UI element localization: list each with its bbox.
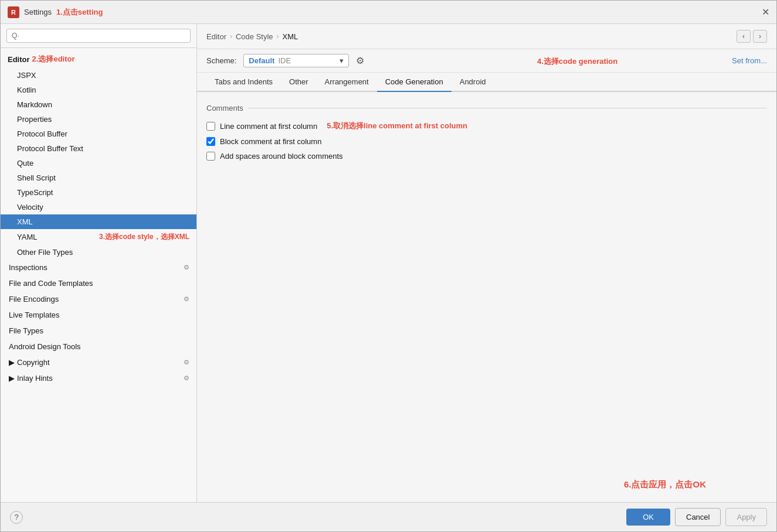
window-title: Settings: [24, 8, 52, 16]
inlay-hints-settings-icon: ⚙: [184, 374, 189, 382]
sidebar-item-other-file-types[interactable]: Other File Types: [1, 245, 196, 260]
scheme-gear-icon[interactable]: ⚙: [356, 55, 364, 66]
scheme-dropdown[interactable]: Default IDE ▾: [243, 54, 349, 67]
file-encodings-label: File Encodings: [9, 295, 59, 303]
sidebar-item-protocol-buffer[interactable]: Protocol Buffer: [1, 127, 196, 141]
file-code-templates-label: File and Code Templates: [9, 279, 93, 288]
block-comment-checkbox[interactable]: [206, 137, 215, 146]
scheme-ide-text: IDE: [278, 56, 291, 65]
sidebar-list: Editor 2.选择editor JSPX Kotlin Markdown P…: [1, 48, 196, 502]
comments-title: Comments: [206, 104, 767, 112]
sidebar-item-velocity[interactable]: Velocity: [1, 200, 196, 214]
sidebar-item-shell-script[interactable]: Shell Script: [1, 170, 196, 185]
title-annotation: 1.点击setting: [56, 7, 103, 18]
sidebar-item-file-encodings[interactable]: File Encodings ⚙: [1, 291, 196, 307]
cancel-button[interactable]: Cancel: [675, 508, 721, 526]
line-comment-annotation: 5.取消选择line comment at first column: [327, 121, 467, 131]
line-comment-checkbox[interactable]: [206, 122, 215, 131]
scheme-bar: Scheme: Default IDE ▾ ⚙ Set from...: [197, 49, 776, 73]
tab-code-generation[interactable]: Code Generation: [377, 73, 452, 92]
sidebar-item-yaml[interactable]: YAML 3.选择code style，选择XML: [1, 229, 196, 245]
app-icon: R: [8, 6, 19, 18]
scheme-caret-icon: ▾: [340, 56, 344, 65]
sidebar-item-jspx[interactable]: JSPX: [1, 68, 196, 83]
sidebar-item-live-templates[interactable]: Live Templates: [1, 307, 196, 323]
line-comment-label: Line comment at first column: [220, 122, 317, 131]
checkbox-row-spaces-around: Add spaces around block comments: [206, 152, 767, 161]
sidebar-item-qute[interactable]: Qute: [1, 156, 196, 170]
ok-button[interactable]: OK: [626, 509, 670, 526]
panel-body: Comments Line comment at first column 5.…: [197, 92, 776, 502]
sidebar-item-copyright[interactable]: ▶ Copyright ⚙: [1, 354, 196, 370]
close-button[interactable]: ✕: [762, 6, 769, 18]
bottom-buttons: OK Cancel Apply: [626, 508, 767, 526]
sidebar-item-file-code-templates[interactable]: File and Code Templates: [1, 275, 196, 291]
right-panel: Editor › Code Style › XML ‹ › Scheme: De…: [197, 24, 776, 502]
sidebar-item-properties[interactable]: Properties: [1, 112, 196, 127]
file-encodings-settings-icon: ⚙: [184, 295, 189, 303]
editor-label: Editor: [8, 55, 30, 64]
breadcrumb-sep-2: ›: [277, 32, 279, 40]
tabs-bar: Tabs and Indents Other Arrangement Code …: [197, 73, 776, 92]
comments-section: Comments Line comment at first column 5.…: [206, 104, 767, 161]
checkbox-row-block-comment: Block comment at first column: [206, 137, 767, 146]
help-button[interactable]: ?: [10, 511, 23, 524]
nav-forward-button[interactable]: ›: [753, 30, 767, 43]
copyright-settings-icon: ⚙: [184, 359, 189, 366]
search-input[interactable]: [6, 29, 191, 43]
sidebar-item-inlay-hints[interactable]: ▶ Inlay Hints ⚙: [1, 370, 196, 386]
sidebar-item-kotlin[interactable]: Kotlin: [1, 83, 196, 97]
breadcrumb-sep-1: ›: [230, 32, 232, 40]
breadcrumb-editor: Editor: [206, 32, 226, 41]
yaml-label: YAML: [17, 233, 37, 241]
sidebar-item-protocol-buffer-text[interactable]: Protocol Buffer Text: [1, 141, 196, 156]
settings-window: R Settings 1.点击setting ✕ Editor 2.选择edit…: [0, 0, 777, 532]
scheme-label: Scheme:: [206, 56, 236, 65]
scheme-default-text: Default: [249, 56, 274, 65]
bottom-bar: ? OK Cancel Apply: [1, 502, 776, 531]
inlay-hints-expand-icon: ▶: [9, 374, 15, 383]
inspections-settings-icon: ⚙: [184, 264, 189, 271]
apply-button[interactable]: Apply: [725, 508, 767, 526]
copyright-expand-icon: ▶: [9, 358, 15, 367]
bottom-annotation: 6.点击应用，点击OK: [624, 479, 706, 490]
tab-arrangement[interactable]: Arrangement: [317, 73, 377, 92]
breadcrumb-xml: XML: [283, 32, 298, 41]
sidebar: Editor 2.选择editor JSPX Kotlin Markdown P…: [1, 24, 197, 502]
inlay-hints-label: Inlay Hints: [17, 374, 53, 383]
tab-android[interactable]: Android: [452, 73, 494, 92]
sidebar-item-editor[interactable]: Editor 2.选择editor: [1, 50, 196, 68]
search-bar: [1, 24, 196, 48]
copyright-label: Copyright: [17, 358, 50, 367]
checkbox-row-line-comment: Line comment at first column 5.取消选择line …: [206, 121, 767, 131]
set-from-link[interactable]: Set from...: [732, 56, 767, 65]
sidebar-item-xml[interactable]: XML: [1, 214, 196, 229]
sidebar-item-inspections[interactable]: Inspections ⚙: [1, 260, 196, 275]
nav-arrows: ‹ ›: [737, 30, 767, 43]
spaces-around-checkbox[interactable]: [206, 152, 215, 161]
spaces-around-label: Add spaces around block comments: [220, 152, 343, 161]
file-types-label: File Types: [9, 326, 43, 335]
block-comment-label: Block comment at first column: [220, 137, 321, 146]
tab-tabs-and-indents[interactable]: Tabs and Indents: [206, 73, 281, 92]
android-design-tools-label: Android Design Tools: [9, 342, 81, 351]
annotation-step3: 3.选择code style，选择XML: [99, 232, 189, 242]
sidebar-item-file-types[interactable]: File Types: [1, 323, 196, 339]
sidebar-item-typescript[interactable]: TypeScript: [1, 185, 196, 200]
tab-annotation: 4.选择code generation: [537, 56, 617, 67]
breadcrumb: Editor › Code Style › XML: [206, 32, 298, 41]
inspections-label: Inspections: [9, 263, 47, 272]
title-bar: R Settings 1.点击setting ✕: [1, 1, 776, 24]
tab-other[interactable]: Other: [281, 73, 317, 92]
live-templates-label: Live Templates: [9, 311, 59, 319]
nav-back-button[interactable]: ‹: [737, 30, 751, 43]
breadcrumb-bar: Editor › Code Style › XML ‹ ›: [197, 24, 776, 49]
sidebar-item-android-design-tools[interactable]: Android Design Tools: [1, 339, 196, 354]
breadcrumb-code-style: Code Style: [236, 32, 273, 41]
editor-annotation: 2.选择editor: [32, 54, 75, 64]
main-content: Editor 2.选择editor JSPX Kotlin Markdown P…: [1, 24, 776, 502]
sidebar-item-markdown[interactable]: Markdown: [1, 97, 196, 112]
